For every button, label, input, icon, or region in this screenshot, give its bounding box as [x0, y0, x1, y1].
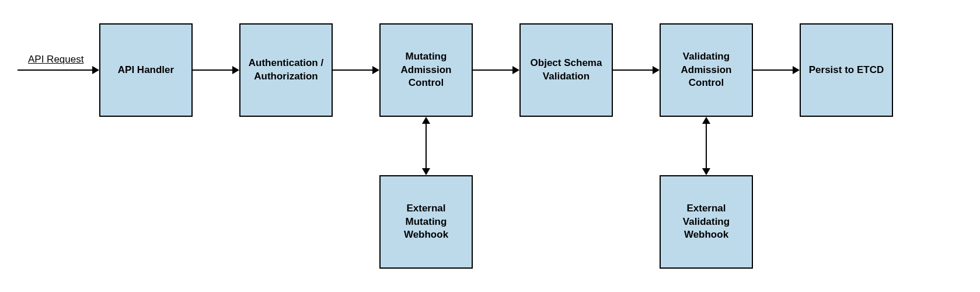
node-label: API Handler	[118, 64, 174, 77]
flow-diagram: API Request API Handler Authentication /…	[0, 0, 980, 292]
node-label: Validating Admission Control	[665, 50, 747, 91]
node-schema-validation: Object Schema Validation	[519, 23, 613, 117]
arrow-line	[473, 69, 512, 71]
node-label: External Validating Webhook	[665, 202, 747, 242]
arrow-head-right-icon	[372, 66, 379, 74]
arrow-line	[613, 69, 653, 71]
arrow-head-up-icon	[702, 117, 710, 124]
arrow-head-up-icon	[422, 117, 430, 124]
node-validating-admission: Validating Admission Control	[660, 23, 753, 117]
arrow-head-down-icon	[702, 168, 710, 175]
entry-label: API Request	[28, 54, 83, 65]
node-external-validating: External Validating Webhook	[660, 175, 753, 269]
node-label: Authentication / Authorization	[245, 57, 327, 84]
arrow-head-down-icon	[422, 168, 430, 175]
node-persist-etcd: Persist to ETCD	[800, 23, 893, 117]
arrow-head-right-icon	[92, 66, 99, 74]
node-api-handler: API Handler	[99, 23, 193, 117]
node-label: Object Schema Validation	[525, 57, 607, 84]
arrow-head-right-icon	[512, 66, 519, 74]
node-label: Mutating Admission Control	[385, 50, 467, 91]
arrow-line	[333, 69, 372, 71]
node-mutating-admission: Mutating Admission Control	[379, 23, 473, 117]
arrow-line	[18, 69, 92, 71]
arrow-head-right-icon	[232, 66, 239, 74]
node-external-mutating: External Mutating Webhook	[379, 175, 473, 269]
node-label: External Mutating Webhook	[385, 202, 467, 242]
node-label: Persist to ETCD	[809, 64, 884, 77]
node-auth: Authentication / Authorization	[239, 23, 333, 117]
arrow-head-right-icon	[653, 66, 660, 74]
arrow-line	[426, 124, 427, 168]
arrow-line	[706, 124, 707, 168]
arrow-line	[193, 69, 232, 71]
arrow-head-right-icon	[793, 66, 800, 74]
arrow-line	[753, 69, 793, 71]
